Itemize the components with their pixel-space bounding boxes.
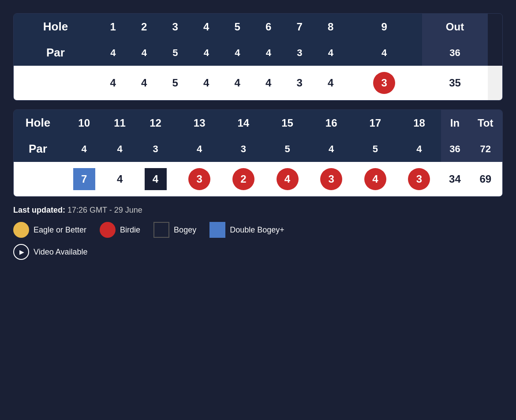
par-4: 4 (191, 40, 222, 66)
par-14: 3 (221, 136, 265, 162)
score-7: 3 (284, 66, 315, 100)
birdie-16: 3 (320, 168, 342, 190)
hole-tot: Tot (469, 110, 502, 136)
hole-6: 6 (253, 14, 284, 40)
hole-4: 4 (191, 14, 222, 40)
par-in: 36 (441, 136, 468, 162)
score-17: 4 (353, 162, 397, 196)
score-8: 4 (315, 66, 347, 100)
hole-1: 1 (97, 14, 129, 40)
hole-18: 18 (397, 110, 441, 136)
score-2: 4 (129, 66, 160, 100)
par-17: 5 (353, 136, 397, 162)
video-available[interactable]: Video Available (13, 244, 503, 260)
score-18: 3 (397, 162, 441, 196)
score-tot: 69 (469, 162, 502, 196)
score-3: 5 (160, 66, 191, 100)
hole-7: 7 (284, 14, 315, 40)
par-6: 4 (253, 40, 284, 66)
hole-label-back: Hole (14, 110, 62, 136)
par-label-back: Par (14, 136, 62, 162)
hole-8: 8 (315, 14, 347, 40)
score-6: 4 (253, 66, 284, 100)
birdie-14: 2 (232, 168, 254, 190)
score-empty (488, 66, 502, 100)
last-updated-label: Last updated: (13, 206, 65, 214)
hole-12: 12 (134, 110, 178, 136)
par-1: 4 (97, 40, 129, 66)
legend-eagle: Eagle or Better (13, 222, 86, 238)
legend-double: Double Bogey+ (209, 222, 284, 238)
par-10: 4 (62, 136, 106, 162)
hole-13: 13 (177, 110, 221, 136)
par-tot: 72 (469, 136, 502, 162)
par-12: 3 (134, 136, 178, 162)
par-label: Par (14, 40, 97, 66)
scorecard-back-nine: Hole 10 11 12 13 14 15 16 17 18 In Tot P… (13, 109, 503, 197)
par-18: 4 (397, 136, 441, 162)
bogey-icon (153, 222, 169, 238)
score-11: 4 (106, 162, 134, 196)
score-14: 2 (221, 162, 265, 196)
hole-9: 9 (346, 14, 422, 40)
score-10: 7 (62, 162, 106, 196)
birdie-15: 4 (277, 168, 299, 190)
hole-label: Hole (14, 14, 97, 40)
score-out: 35 (422, 66, 487, 100)
hole-header-row-back: Hole 10 11 12 13 14 15 16 17 18 In Tot (14, 110, 502, 136)
par-13: 4 (177, 136, 221, 162)
video-play-icon[interactable] (13, 244, 29, 260)
score-15: 4 (265, 162, 310, 196)
par-15: 5 (265, 136, 310, 162)
score-12: 4 (134, 162, 178, 196)
score-5: 4 (222, 66, 253, 100)
double-bogey-label: Double Bogey+ (230, 225, 284, 235)
par-2: 4 (129, 40, 160, 66)
scorecard-front-nine: Hole 1 2 3 4 5 6 7 8 9 Out Par 4 4 5 4 4 (13, 13, 503, 101)
double-bogey-indicator: 7 (73, 168, 95, 190)
score-9: 3 (346, 66, 422, 100)
par-7: 3 (284, 40, 315, 66)
hole-header-row: Hole 1 2 3 4 5 6 7 8 9 Out (14, 14, 502, 40)
legend-bogey: Bogey (153, 222, 196, 238)
par-row-back: Par 4 4 3 4 3 5 4 5 4 36 72 (14, 136, 502, 162)
par-5: 4 (222, 40, 253, 66)
video-label: Video Available (34, 248, 87, 257)
birdie-13: 3 (188, 168, 210, 190)
hole-2: 2 (129, 14, 160, 40)
score-row-back: 7 4 4 3 2 4 3 4 (14, 162, 502, 196)
birdie-icon (100, 222, 116, 238)
par-row-front: Par 4 4 5 4 4 4 3 4 4 36 (14, 40, 502, 66)
score-1: 4 (97, 66, 129, 100)
hole-in: In (441, 110, 468, 136)
double-bogey-icon (209, 222, 225, 238)
par-out: 36 (422, 40, 487, 66)
score-in: 34 (441, 162, 468, 196)
hole-10: 10 (62, 110, 106, 136)
last-updated: Last updated: 17:26 GMT - 29 June (13, 206, 503, 215)
bogey-indicator: 4 (145, 168, 167, 190)
eagle-icon (13, 222, 29, 238)
hole-16: 16 (309, 110, 353, 136)
birdie-label: Birdie (120, 225, 140, 235)
hole-3: 3 (160, 14, 191, 40)
eagle-label: Eagle or Better (34, 225, 86, 235)
birdie-18: 3 (408, 168, 430, 190)
hole-5: 5 (222, 14, 253, 40)
par-16: 4 (309, 136, 353, 162)
legend: Eagle or Better Birdie Bogey Double Boge… (13, 222, 503, 238)
par-3: 5 (160, 40, 191, 66)
par-11: 4 (106, 136, 134, 162)
score-row-front: 4 4 5 4 4 4 3 4 3 35 (14, 66, 502, 100)
hole-15: 15 (265, 110, 310, 136)
score-13: 3 (177, 162, 221, 196)
player-name-front (14, 66, 97, 100)
score-16: 3 (309, 162, 353, 196)
hole-17: 17 (353, 110, 397, 136)
birdie-17: 4 (364, 168, 386, 190)
par-9: 4 (346, 40, 422, 66)
birdie-indicator: 3 (373, 72, 395, 94)
last-updated-value: 17:26 GMT - 29 June (67, 206, 142, 214)
player-name-back (14, 162, 62, 196)
hole-out: Out (422, 14, 487, 40)
